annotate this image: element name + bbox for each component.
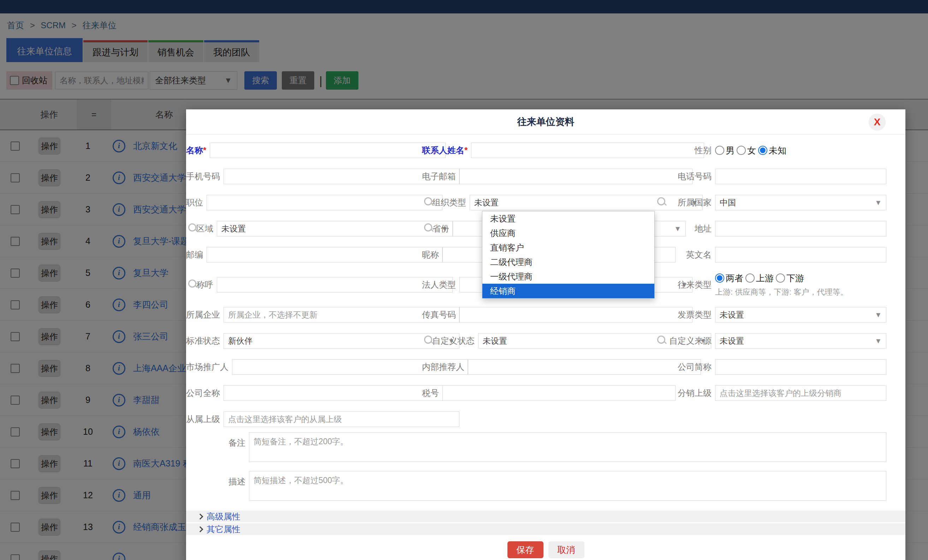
- dropdown-option[interactable]: 未设置: [482, 212, 654, 226]
- relation-both-radio[interactable]: [715, 274, 724, 283]
- dropdown-option-selected[interactable]: 经销商: [482, 284, 654, 298]
- other-attributes-section[interactable]: 其它属性: [186, 523, 905, 535]
- nickname-label: 昵称: [422, 249, 443, 260]
- relation-downstream-radio[interactable]: [776, 274, 785, 283]
- name-field[interactable]: [210, 143, 446, 158]
- relation-upstream-label[interactable]: 上游: [756, 272, 774, 284]
- english-name-field[interactable]: [715, 247, 886, 263]
- save-button[interactable]: 保存: [507, 541, 543, 558]
- country-select[interactable]: 中国 ▼: [715, 195, 886, 210]
- chevron-right-icon: [197, 513, 203, 519]
- advanced-attributes-section[interactable]: 高级属性: [186, 511, 905, 522]
- subordinate-parent-field[interactable]: [223, 411, 459, 427]
- description-label: 描述: [186, 471, 249, 505]
- search-icon[interactable]: [188, 224, 196, 231]
- english-name-label: 英文名: [655, 249, 715, 260]
- invoice-type-label: 发票类型: [655, 309, 715, 320]
- position-field[interactable]: [206, 195, 443, 210]
- region-label: 区域: [196, 223, 217, 234]
- region-select[interactable]: 未设置 ▼: [217, 221, 453, 236]
- search-icon[interactable]: [424, 224, 432, 231]
- gender-female-label[interactable]: 女: [747, 145, 756, 156]
- gender-male-label[interactable]: 男: [726, 145, 734, 156]
- company-short-label: 公司简称: [655, 361, 715, 373]
- gender-female-radio[interactable]: [737, 146, 746, 155]
- subordinate-parent-label: 从属上级: [186, 414, 223, 425]
- relation-type-group: 两者 上游 下游 上游: 供应商等，下游: 客户，代理等。: [715, 272, 886, 297]
- org-type-dropdown: 未设置 供应商 直销客户 二级代理商 一级代理商 经销商: [482, 211, 655, 298]
- company-full-label: 公司全称: [186, 388, 223, 399]
- cancel-button[interactable]: 取消: [548, 541, 585, 558]
- zip-field[interactable]: [206, 247, 443, 263]
- custom-status-label: 自定义状态: [432, 335, 478, 347]
- std-status-label: 标准状态: [186, 335, 223, 347]
- gender-unknown-radio[interactable]: [758, 146, 767, 155]
- close-icon[interactable]: X: [868, 114, 885, 131]
- chevron-down-icon: ▼: [875, 337, 882, 345]
- internal-referrer-label: 内部推荐人: [422, 361, 468, 373]
- relation-upstream-radio[interactable]: [745, 274, 755, 283]
- dropdown-option[interactable]: 直销客户: [482, 240, 654, 255]
- custom-source-select[interactable]: 未设置 ▼: [715, 333, 886, 348]
- position-label: 职位: [186, 197, 206, 208]
- email-label: 电子邮箱: [422, 171, 459, 182]
- collapsible-sections: 高级属性 其它属性: [186, 511, 905, 535]
- country-label: 所属国家: [665, 197, 715, 208]
- search-icon[interactable]: [657, 197, 665, 205]
- tax-no-label: 税号: [422, 388, 443, 399]
- invoice-type-select[interactable]: 未设置 ▼: [715, 307, 886, 323]
- salutation-label: 称呼: [196, 279, 217, 291]
- address-label: 地址: [655, 223, 715, 234]
- modal-header: 往来单位资料 X: [186, 110, 905, 134]
- relation-both-label[interactable]: 两者: [726, 272, 743, 284]
- name-label: 名称*: [186, 145, 210, 156]
- phone-label: 电话号码: [655, 171, 715, 182]
- description-field[interactable]: [249, 471, 886, 501]
- modal-title: 往来单位资料: [517, 116, 574, 128]
- dropdown-option[interactable]: 一级代理商: [482, 269, 654, 284]
- dropdown-option[interactable]: 供应商: [482, 226, 654, 240]
- chevron-right-icon: [197, 526, 203, 532]
- salutation-field[interactable]: [217, 277, 453, 292]
- scrm-page: 首页 > SCRM > 往来单位 往来单位信息 跟进与计划 销售机会 我的团队 …: [0, 0, 928, 560]
- chevron-down-icon: ▼: [875, 311, 882, 319]
- dropdown-option[interactable]: 二级代理商: [482, 255, 654, 269]
- required-asterisk: *: [464, 145, 467, 155]
- gender-label: 性别: [655, 145, 715, 156]
- relation-downstream-label[interactable]: 下游: [786, 272, 804, 284]
- company-short-field[interactable]: [715, 359, 886, 375]
- remark-label: 备注: [186, 432, 249, 466]
- contact-detail-modal: 往来单位资料 X 名称* 联系人姓名* 性别 男: [186, 110, 905, 560]
- modal-form: 名称* 联系人姓名* 性别 男 女 未知: [186, 134, 905, 558]
- custom-source-label: 自定义来源: [665, 335, 715, 347]
- gender-male-radio[interactable]: [715, 146, 724, 155]
- search-icon[interactable]: [657, 336, 665, 344]
- gender-radio-group: 男 女 未知: [715, 145, 886, 156]
- parent-company-label: 所属企业: [186, 309, 223, 320]
- phone-field[interactable]: [715, 169, 886, 184]
- search-icon[interactable]: [188, 280, 196, 288]
- modal-buttons: 保存 取消: [186, 541, 905, 558]
- address-field[interactable]: [715, 221, 886, 236]
- contact-name-label: 联系人姓名*: [422, 145, 471, 156]
- search-icon[interactable]: [424, 197, 432, 205]
- mobile-label: 手机号码: [186, 171, 223, 182]
- org-type-label: 组织类型: [432, 197, 470, 208]
- relation-type-label: 往来类型: [655, 279, 715, 291]
- search-icon[interactable]: [424, 336, 432, 344]
- marketer-label: 市场推广人: [186, 361, 232, 373]
- distribution-parent-label: 分销上级: [655, 388, 715, 399]
- chevron-down-icon: ▼: [875, 199, 882, 207]
- required-asterisk: *: [203, 145, 206, 155]
- zip-label: 邮编: [186, 249, 206, 260]
- legal-type-label: 法人类型: [422, 279, 459, 291]
- distribution-parent-field[interactable]: [715, 385, 886, 401]
- gender-unknown-label[interactable]: 未知: [769, 145, 786, 156]
- relation-type-hint: 上游: 供应商等，下游: 客户，代理等。: [715, 287, 886, 297]
- province-label: 省份: [432, 223, 453, 234]
- tax-no-field[interactable]: [443, 385, 676, 401]
- fax-label: 传真号码: [422, 309, 459, 320]
- remark-field[interactable]: [249, 432, 886, 462]
